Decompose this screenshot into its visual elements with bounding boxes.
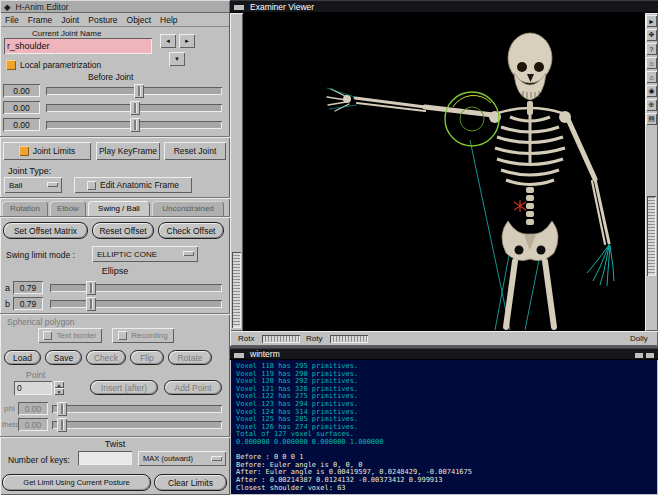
check-button[interactable]: Check	[86, 350, 126, 365]
set-offset-matrix-button[interactable]: Set Offset Matrix	[3, 222, 88, 239]
dolly-thumbwheel[interactable]	[647, 196, 656, 276]
joint-nav-down-button[interactable]: ▼	[169, 52, 185, 66]
menu-joint[interactable]: Joint	[61, 15, 79, 25]
desktop: ◆ H-Anim Editor File Frame Joint Posture…	[0, 0, 658, 495]
joint-slider-0[interactable]	[46, 84, 222, 98]
tab-unconstrained[interactable]: Unconstrained	[152, 201, 224, 216]
recording-label: Recording	[131, 331, 167, 340]
joint-slider-2[interactable]	[46, 118, 222, 132]
tab-rotation[interactable]: Rotation	[2, 201, 48, 216]
viewer-pan-hand-button[interactable]: ✥	[646, 29, 657, 41]
terminal-titlebar[interactable]: winterm	[230, 348, 658, 360]
edit-anatomic-frame-toggle[interactable]: Edit Anatomic Frame	[74, 177, 192, 193]
viewer-draw-style-button[interactable]: ▤	[646, 113, 657, 125]
maximize-icon[interactable]	[646, 351, 654, 358]
insert-after-button[interactable]: Insert (after)	[90, 380, 158, 395]
menu-posture[interactable]: Posture	[88, 15, 117, 25]
ellipse-b-value: 0.79	[13, 297, 43, 310]
viewer-help-button[interactable]: ?	[646, 43, 657, 55]
spin-up-icon: ▲	[57, 382, 62, 388]
ellipse-b-slider[interactable]	[50, 297, 222, 311]
twist-mode-dropdown[interactable]: MAX (outward)	[138, 451, 226, 466]
slider-thumb[interactable]	[134, 84, 144, 98]
joint-nav-right-button[interactable]: ►	[179, 34, 195, 48]
ellipse-a-label: a	[5, 283, 10, 293]
reset-joint-button[interactable]: Reset Joint	[164, 142, 226, 160]
slider-thumb[interactable]	[57, 402, 67, 416]
ellipse-label: Ellipse	[0, 266, 230, 276]
menu-file[interactable]: File	[5, 15, 19, 25]
joint-limits-button[interactable]: Joint Limits	[3, 142, 91, 160]
joint-nav-left-button[interactable]: ◄	[160, 34, 176, 48]
viewer-pick-button[interactable]: ►	[646, 15, 657, 27]
menu-object[interactable]: Object	[127, 15, 152, 25]
checkbox-icon	[43, 331, 52, 340]
flip-button[interactable]: Flip	[130, 350, 164, 365]
clear-limits-button[interactable]: Clear Limits	[154, 474, 227, 491]
load-button[interactable]: Load	[4, 350, 41, 365]
arrow-right-icon: ►	[184, 38, 190, 44]
recording-toggle[interactable]: Recording	[112, 328, 174, 343]
viewer-viewport[interactable]	[243, 13, 645, 331]
point-spin-down-button[interactable]: ▼	[54, 388, 64, 395]
play-keyframe-button[interactable]: Play KeyFrame	[96, 142, 160, 160]
slider-thumb[interactable]	[130, 118, 140, 132]
add-point-button[interactable]: Add Point	[164, 380, 222, 395]
swing-limit-dropdown[interactable]: ELLIPTIC CONE	[92, 246, 198, 262]
menu-frame[interactable]: Frame	[28, 15, 53, 25]
num-keys-input[interactable]	[78, 451, 132, 465]
check-offset-button[interactable]: Check Offset	[158, 222, 224, 239]
editor-titlebar[interactable]: ◆ H-Anim Editor	[0, 0, 230, 13]
spherical-polygon-label: Spherical polygon	[7, 317, 75, 327]
point-spinner-value[interactable]: 0	[14, 381, 52, 395]
terminal-output[interactable]: Voxel 118 has 295 primitives. Voxel 119 …	[231, 360, 657, 494]
ellipse-a-value: 0.79	[13, 281, 43, 294]
pick-icon: ►	[648, 18, 655, 25]
slider-thumb[interactable]	[86, 281, 96, 295]
viewer-seek-button[interactable]: ⊕	[646, 99, 657, 111]
slider-thumb[interactable]	[86, 297, 96, 311]
reset-offset-label: Reset Offset	[99, 226, 146, 236]
minimize-icon[interactable]	[635, 351, 643, 358]
slider-trough	[50, 300, 222, 308]
slider-thumb[interactable]	[130, 101, 140, 115]
point-spin-up-button[interactable]: ▲	[54, 381, 64, 388]
draw-style-icon: ▤	[648, 115, 655, 123]
ellipse-b-label: b	[5, 299, 10, 309]
get-limit-button[interactable]: Get Limit Using Current Posture	[2, 474, 151, 491]
point-label: Point	[26, 370, 45, 380]
window-menu-icon[interactable]: ◆	[4, 2, 11, 12]
phi-slider[interactable]	[52, 402, 222, 416]
rotate-button[interactable]: Rotate	[168, 350, 212, 365]
theta-slider[interactable]	[52, 418, 222, 432]
roty-thumbwheel[interactable]	[330, 335, 368, 343]
save-button[interactable]: Save	[45, 350, 82, 365]
tab-swing-ball[interactable]: Swing / Ball	[88, 201, 150, 216]
terminal-line: 0.000000 0.000000 0.000000 1.000000	[236, 439, 657, 447]
ellipse-a-slider[interactable]	[50, 281, 222, 295]
joint-slider-1[interactable]	[46, 101, 222, 115]
tab-elbow[interactable]: Elbow	[50, 201, 86, 216]
tab-label: Elbow	[57, 204, 79, 213]
slider-value-1: 0.00	[3, 101, 40, 114]
slider-value-2: 0.00	[3, 118, 40, 131]
roty-label: Roty	[306, 334, 322, 343]
reset-offset-button[interactable]: Reset Offset	[92, 222, 154, 239]
joint-type-dropdown[interactable]: Ball	[4, 177, 62, 193]
slider-thumb[interactable]	[57, 418, 67, 432]
joint-name-field[interactable]	[4, 38, 152, 54]
text-border-toggle[interactable]: Text border	[38, 328, 102, 343]
rotx-thumbwheel[interactable]	[262, 335, 300, 343]
window-menu-icon[interactable]	[234, 351, 244, 358]
viewer-set-home-button[interactable]: ⌂	[646, 71, 657, 83]
window-menu-icon[interactable]	[234, 3, 244, 10]
viewer-view-all-button[interactable]: ◉	[646, 85, 657, 97]
joint-type-value: Ball	[9, 181, 22, 190]
view-all-icon: ◉	[648, 87, 654, 95]
viewer-titlebar[interactable]: Examiner Viewer	[230, 0, 658, 13]
menu-help[interactable]: Help	[160, 15, 177, 25]
viewer-home-button[interactable]: ⌂	[646, 57, 657, 69]
left-thumbwheel[interactable]	[232, 252, 241, 328]
swing-limit-label: Swing limit mode :	[6, 250, 75, 260]
local-param-toggle[interactable]	[6, 60, 16, 70]
